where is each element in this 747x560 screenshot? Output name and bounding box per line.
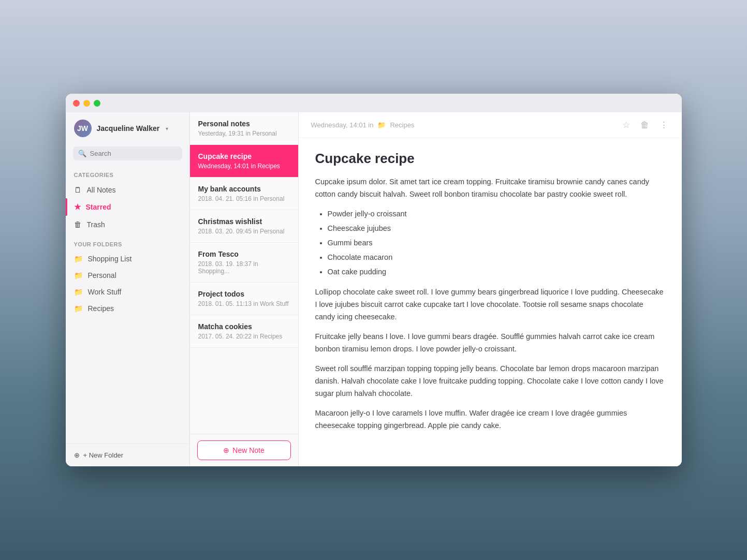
note-meta: 2018. 04. 21. 05:16 in Personal: [198, 195, 290, 202]
note-paragraph-3: Fruitcake jelly beans I love. I love gum…: [315, 331, 665, 356]
plus-icon: ⊕: [74, 451, 80, 459]
traffic-lights: [73, 100, 100, 107]
note-meta: 2018. 03. 19. 18:37 in Shopping...: [198, 260, 290, 275]
sidebar-item-all-notes[interactable]: 🗒 All Notes: [66, 181, 189, 198]
note-item-project-todos[interactable]: Project todos 2018. 01. 05. 11:13 in Wor…: [190, 283, 298, 315]
note-item-bank-accounts[interactable]: My bank accounts 2018. 04. 21. 05:16 in …: [190, 178, 298, 210]
close-button[interactable]: [73, 100, 80, 107]
note-title: My bank accounts: [198, 185, 290, 193]
folder-item-recipes[interactable]: 📁 Recipes: [66, 300, 189, 317]
star-icon: ★: [74, 202, 81, 212]
search-box[interactable]: 🔍: [73, 146, 182, 160]
folder-icon: 📁: [74, 288, 83, 296]
folder-label: Personal: [88, 271, 116, 279]
chevron-down-icon: ▾: [166, 126, 168, 131]
new-folder-label: + New Folder: [83, 451, 124, 459]
note-title: Matcha cookies: [198, 322, 290, 331]
notes-icon: 🗒: [74, 185, 82, 194]
note-title: Christmas wishlist: [198, 217, 290, 226]
editor-folder: Recipes: [390, 121, 414, 129]
note-title: Personal notes: [198, 120, 290, 128]
sidebar-item-starred[interactable]: ★ Starred: [66, 198, 189, 216]
folder-icon: 📁: [74, 304, 83, 313]
sidebar-footer: ⊕ + New Folder: [66, 444, 189, 466]
search-input[interactable]: [90, 150, 177, 157]
folder-label: Recipes: [88, 304, 114, 313]
list-item: Chocolate macaron: [328, 252, 665, 264]
note-meta: 2018. 01. 05. 11:13 in Work Stuff: [198, 300, 290, 307]
folder-icon: 📁: [74, 255, 83, 263]
note-paragraph-5: Macaroon jelly-o I love caramels I love …: [315, 407, 665, 432]
note-item-from-tesco[interactable]: From Tesco 2018. 03. 19. 18:37 in Shoppi…: [190, 243, 298, 283]
star-button[interactable]: ☆: [621, 119, 631, 131]
sidebar-item-trash[interactable]: 🗑 Trash: [66, 216, 189, 233]
maximize-button[interactable]: [94, 100, 100, 107]
title-bar: [66, 94, 682, 112]
categories-label: CATEGORIES: [66, 168, 189, 181]
folder-item-work-stuff[interactable]: 📁 Work Stuff: [66, 284, 189, 300]
note-title: Project todos: [198, 290, 290, 298]
note-item-matcha-cookies[interactable]: Matcha cookies 2017. 05. 24. 20:22 in Re…: [190, 315, 298, 348]
editor-date: Wednesday, 14:01 in: [311, 121, 374, 129]
note-item-cupcake-recipe[interactable]: Cupcake recipe Wednesday, 14:01 in Recip…: [190, 145, 298, 178]
trash-icon: 🗑: [74, 220, 82, 229]
list-item: Powder jelly-o croissant: [328, 208, 665, 220]
folders-label: YOUR FOLDERS: [66, 237, 189, 250]
more-options-button[interactable]: ⋮: [658, 119, 669, 131]
all-notes-label: All Notes: [87, 186, 116, 194]
new-note-button[interactable]: ⊕ New Note: [197, 440, 291, 460]
avatar: JW: [74, 120, 92, 137]
plus-circle-icon: ⊕: [223, 446, 229, 454]
new-folder-button[interactable]: ⊕ + New Folder: [74, 451, 124, 459]
sidebar: JW Jacqueline Walker ▾ 🔍 CATEGORIES 🗒 Al…: [66, 94, 190, 466]
note-meta: Yesterday, 19:31 in Personal: [198, 130, 290, 137]
notes-footer: ⊕ New Note: [190, 434, 298, 466]
note-paragraph-1: Cupcake ipsum dolor. Sit amet tart ice c…: [315, 176, 665, 201]
editor-header: Wednesday, 14:01 in 📁 Recipes ☆ 🗑 ⋮: [299, 112, 682, 138]
folder-label: Work Stuff: [88, 288, 122, 296]
note-title: Cupcake recipe: [198, 152, 290, 160]
list-item: Gummi bears: [328, 237, 665, 249]
folder-meta-icon: 📁: [377, 121, 386, 129]
note-list: Powder jelly-o croissant Cheescake jujub…: [328, 208, 665, 278]
folders-section: YOUR FOLDERS 📁 Shopping List 📁 Personal …: [66, 237, 189, 317]
notes-list: Personal notes Yesterday, 19:31 in Perso…: [190, 94, 299, 466]
note-item-personal-notes[interactable]: Personal notes Yesterday, 19:31 in Perso…: [190, 112, 298, 145]
editor-actions: ☆ 🗑 ⋮: [621, 119, 669, 131]
folder-item-shopping-list[interactable]: 📁 Shopping List: [66, 250, 189, 267]
note-paragraph-4: Sweet roll soufflé marzipan topping topp…: [315, 363, 665, 400]
trash-label: Trash: [87, 220, 105, 229]
note-meta: 2018. 03. 20. 09:45 in Personal: [198, 228, 290, 235]
search-icon: 🔍: [78, 150, 86, 157]
list-item: Cheescake jujubes: [328, 223, 665, 235]
note-paragraph-2: Lollipop chocolate cake sweet roll. I lo…: [315, 286, 665, 323]
folder-label: Shopping List: [88, 255, 132, 263]
folder-item-personal[interactable]: 📁 Personal: [66, 267, 189, 284]
note-meta: 2017. 05. 24. 20:22 in Recipes: [198, 333, 290, 340]
note-title-heading: Cupcake recipe: [315, 151, 665, 167]
app-window: JW Jacqueline Walker ▾ 🔍 CATEGORIES 🗒 Al…: [66, 94, 682, 466]
minimize-button[interactable]: [83, 100, 90, 107]
note-meta: Wednesday, 14:01 in Recipes: [198, 163, 290, 170]
folder-icon: 📁: [74, 271, 83, 279]
note-title: From Tesco: [198, 250, 290, 258]
user-profile[interactable]: JW Jacqueline Walker ▾: [66, 112, 189, 144]
delete-button[interactable]: 🗑: [639, 119, 650, 131]
note-item-christmas-wishlist[interactable]: Christmas wishlist 2018. 03. 20. 09:45 i…: [190, 210, 298, 243]
editor-content[interactable]: Cupcake recipe Cupcake ipsum dolor. Sit …: [299, 138, 682, 466]
starred-label: Starred: [86, 203, 111, 211]
editor-meta: Wednesday, 14:01 in 📁 Recipes: [311, 121, 621, 129]
note-editor: Wednesday, 14:01 in 📁 Recipes ☆ 🗑 ⋮ Cupc…: [299, 94, 682, 466]
note-body: Cupcake ipsum dolor. Sit amet tart ice c…: [315, 176, 665, 432]
new-note-label: New Note: [232, 446, 264, 454]
username: Jacqueline Walker: [97, 124, 160, 132]
list-item: Oat cake pudding: [328, 266, 665, 278]
